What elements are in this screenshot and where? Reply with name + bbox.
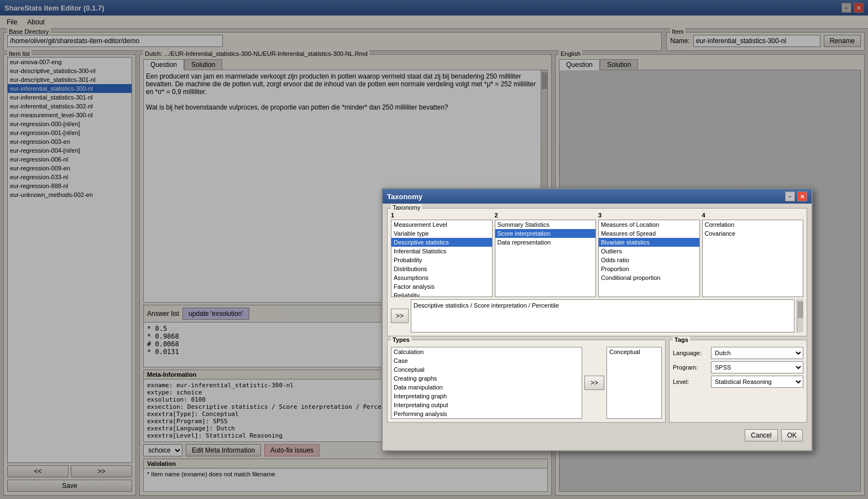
tax-list-item[interactable]: Reliability bbox=[391, 291, 492, 297]
level-select[interactable]: Statistical ReasoningIntroductoryAdvance… bbox=[711, 376, 803, 388]
tax-list-item[interactable]: Distributions bbox=[391, 264, 492, 273]
breadcrumb-row: >> Descriptive statistics / Score interp… bbox=[391, 299, 803, 332]
type-item[interactable]: Creating graphs bbox=[391, 374, 582, 383]
type-item[interactable]: Conceptual bbox=[391, 365, 582, 374]
breadcrumb-display: Descriptive statistics / Score interpret… bbox=[411, 299, 794, 332]
tax-list-item[interactable]: Data representation bbox=[495, 238, 596, 247]
types-list[interactable]: CalculationCaseConceptualCreating graphs… bbox=[391, 347, 582, 419]
tax-list-item[interactable]: Probability bbox=[391, 256, 492, 264]
col3-header: 3 bbox=[598, 212, 700, 219]
col1-list[interactable]: Measurement LevelVariable typeDescriptiv… bbox=[391, 220, 493, 297]
type-item[interactable]: Interpretating output bbox=[391, 401, 582, 409]
type-item[interactable]: Calculation bbox=[391, 347, 582, 356]
taxonomy-close-btn[interactable]: ✕ bbox=[797, 191, 807, 201]
program-row: Program: SPSSRPythonExcel bbox=[673, 361, 803, 373]
tags-inner: Language: DutchEnglishGermanFrench Progr… bbox=[673, 347, 803, 388]
type-item[interactable]: Performing analysis bbox=[391, 409, 582, 418]
taxonomy-col-4: 4 CorrelationCovariance bbox=[702, 212, 804, 297]
taxonomy-window: Taxonomy − ✕ Taxonomy 1 Measurement Leve… bbox=[381, 188, 813, 451]
taxonomy-section-label: Taxonomy bbox=[391, 204, 422, 211]
col4-header: 4 bbox=[702, 212, 804, 219]
tags-label: Tags bbox=[673, 336, 690, 343]
col4-list[interactable]: CorrelationCovariance bbox=[702, 220, 804, 297]
tax-list-item[interactable]: Covariance bbox=[703, 229, 803, 238]
language-label: Language: bbox=[673, 350, 709, 356]
tax-list-item[interactable]: Variable type bbox=[391, 229, 492, 238]
types-arrow-button[interactable]: >> bbox=[584, 376, 604, 390]
level-row: Level: Statistical ReasoningIntroductory… bbox=[673, 376, 803, 388]
taxonomy-col-2: 2 Summary StatisticsScore interpretation… bbox=[495, 212, 597, 297]
taxonomy-title: Taxonomy bbox=[387, 193, 422, 201]
col2-list[interactable]: Summary StatisticsScore interpretationDa… bbox=[495, 220, 597, 297]
cancel-button[interactable]: Cancel bbox=[745, 429, 777, 441]
taxonomy-title-bar: Taxonomy − ✕ bbox=[383, 189, 812, 204]
types-selected: Conceptual bbox=[606, 347, 662, 419]
taxonomy-overlay: Taxonomy − ✕ Taxonomy 1 Measurement Leve… bbox=[0, 0, 868, 499]
tax-list-item[interactable]: Descriptive statistics bbox=[391, 238, 492, 247]
tax-list-item[interactable]: Correlation bbox=[703, 220, 803, 229]
type-item[interactable]: Case bbox=[391, 356, 582, 365]
taxonomy-body: Taxonomy 1 Measurement LevelVariable typ… bbox=[383, 204, 812, 450]
taxonomy-col-3: 3 Measures of LocationMeasures of Spread… bbox=[598, 212, 700, 297]
taxonomy-columns-section: Taxonomy 1 Measurement LevelVariable typ… bbox=[387, 208, 807, 336]
taxonomy-minimize-btn[interactable]: − bbox=[785, 191, 795, 201]
tax-list-item[interactable]: Measures of Location bbox=[599, 220, 699, 229]
col3-list[interactable]: Measures of LocationMeasures of SpreadBi… bbox=[598, 220, 700, 297]
language-row: Language: DutchEnglishGermanFrench bbox=[673, 347, 803, 359]
taxonomy-col-1: 1 Measurement LevelVariable typeDescript… bbox=[391, 212, 493, 297]
col2-header: 2 bbox=[495, 212, 597, 219]
tax-list-item[interactable]: Factor analysis bbox=[391, 282, 492, 291]
language-select[interactable]: DutchEnglishGermanFrench bbox=[711, 347, 803, 359]
types-tags-row: Types CalculationCaseConceptualCreating … bbox=[387, 340, 807, 423]
type-item[interactable]: Test choice bbox=[391, 418, 582, 419]
taxonomy-columns: 1 Measurement LevelVariable typeDescript… bbox=[391, 212, 803, 297]
tax-list-item[interactable]: Conditional proportion bbox=[599, 273, 699, 282]
tax-list-item[interactable]: Bivariate statistics bbox=[599, 238, 699, 247]
types-label: Types bbox=[391, 336, 411, 343]
type-selected-item[interactable]: Conceptual bbox=[607, 347, 661, 356]
tags-section: Tags Language: DutchEnglishGermanFrench … bbox=[669, 340, 807, 423]
types-section: Types CalculationCaseConceptualCreating … bbox=[387, 340, 666, 423]
tax-list-item[interactable]: Assumptions bbox=[391, 273, 492, 282]
tax-list-item[interactable]: Proportion bbox=[599, 264, 699, 273]
tax-list-item[interactable]: Inferential Statistics bbox=[391, 247, 492, 256]
tax-list-item[interactable]: Measurement Level bbox=[391, 220, 492, 229]
tax-list-item[interactable]: Measures of Spread bbox=[599, 229, 699, 238]
tax-list-item[interactable]: Odds ratio bbox=[599, 256, 699, 264]
taxonomy-footer: Cancel OK bbox=[387, 426, 807, 446]
tax-list-item[interactable]: Summary Statistics bbox=[495, 220, 596, 229]
program-select[interactable]: SPSSRPythonExcel bbox=[711, 361, 803, 373]
level-label: Level: bbox=[673, 378, 709, 385]
breadcrumb-add-button[interactable]: >> bbox=[391, 309, 409, 323]
program-label: Program: bbox=[673, 364, 709, 371]
type-item[interactable]: Data manipulation bbox=[391, 383, 582, 392]
types-inner: CalculationCaseConceptualCreating graphs… bbox=[391, 347, 662, 419]
type-item[interactable]: Interpretating graph bbox=[391, 392, 582, 401]
col1-header: 1 bbox=[391, 212, 493, 219]
tax-list-item[interactable]: Score interpretation bbox=[495, 229, 596, 238]
ok-button[interactable]: OK bbox=[781, 429, 803, 441]
tax-list-item[interactable]: Outliers bbox=[599, 247, 699, 256]
